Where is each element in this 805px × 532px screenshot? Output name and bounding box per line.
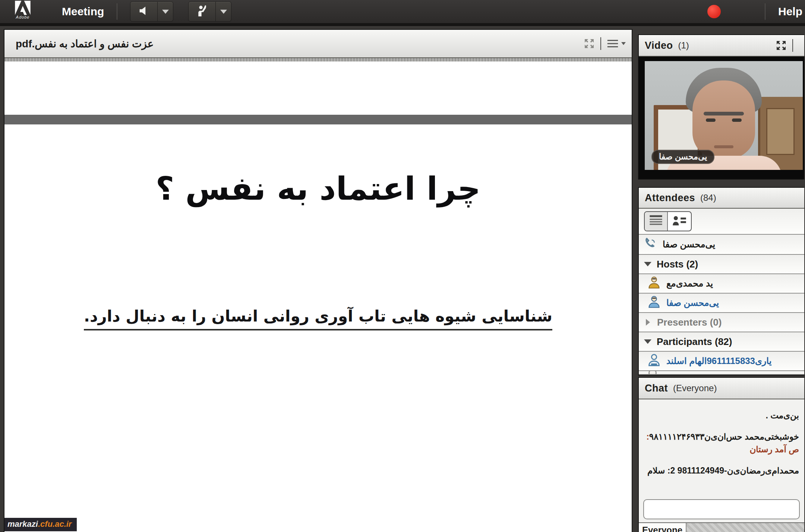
header-divider bbox=[600, 37, 601, 50]
host-name: ید محمدی‌مع bbox=[666, 278, 713, 289]
participant-row-partial bbox=[639, 371, 804, 375]
phone-icon bbox=[644, 237, 657, 252]
chat-message-list[interactable]: بن‌ی‌مت . خوشبختی‌محمد حس‌ان‌ی‌ن۹۸۱۱۱۱۲۴… bbox=[639, 399, 804, 497]
topbar-divider bbox=[117, 3, 117, 20]
participant-row[interactable]: یاری‌9611115833الهام اسلند bbox=[639, 352, 804, 371]
chat-tab-everyone[interactable]: Everyone bbox=[639, 523, 686, 532]
watermark: markazi.cfu.ac.ir bbox=[4, 518, 77, 531]
header-divider bbox=[792, 39, 793, 52]
chat-message: محمدام‌ی‌رمضان‌ی‌ن-9811124949 2: سلام bbox=[643, 464, 799, 477]
attendee-view-toggle-row bbox=[639, 209, 804, 235]
chevron-down-icon bbox=[621, 42, 626, 45]
topbar-divider bbox=[765, 3, 765, 20]
chat-scope: (Everyone) bbox=[673, 383, 717, 393]
raise-hand-button-group bbox=[188, 1, 231, 22]
watermark-host: markazi bbox=[7, 519, 38, 529]
share-fullscreen-button[interactable] bbox=[583, 38, 595, 50]
slide-title: چرا اعتماد به نفس ؟ bbox=[4, 170, 632, 207]
presenters-section-label: Presenters (0) bbox=[657, 317, 722, 328]
chat-message: بن‌ی‌مت . bbox=[643, 409, 799, 422]
pdf-page-gap bbox=[4, 115, 632, 124]
webcam-video[interactable]: یی‌محسن صفا bbox=[639, 57, 804, 179]
chat-tab-bar-filler bbox=[686, 523, 804, 532]
card-view-icon bbox=[672, 214, 687, 228]
chevron-down-icon bbox=[162, 10, 169, 14]
host-row[interactable]: ید محمدی‌مع bbox=[639, 274, 804, 294]
video-pod: Video (1) یی‌محسن صفا bbox=[638, 34, 804, 180]
phone-attendee-row[interactable]: یی‌محسن صفا bbox=[639, 235, 804, 255]
host-row[interactable]: یی‌محسن صفا bbox=[639, 294, 804, 313]
chat-pod: Chat (Everyone) بن‌ی‌مت . خوشبختی‌محمد ح… bbox=[638, 377, 804, 532]
speaker-button[interactable] bbox=[130, 1, 158, 22]
video-fullscreen-button[interactable] bbox=[775, 39, 787, 51]
hosts-section-header[interactable]: Hosts (2) bbox=[639, 255, 804, 274]
participants-section-label: Participants (82) bbox=[657, 336, 732, 348]
raise-hand-button[interactable] bbox=[188, 1, 216, 22]
chevron-down-icon bbox=[220, 10, 227, 14]
share-pod-menu-button[interactable] bbox=[606, 39, 626, 48]
collapse-triangle-icon bbox=[644, 339, 651, 344]
pdf-viewer[interactable]: چرا اعتماد به نفس ؟ شناسایی شیوه هایی تا… bbox=[4, 58, 632, 532]
chat-pod-title: Chat bbox=[645, 383, 668, 394]
participant-icon bbox=[647, 353, 661, 369]
watermark-domain: .cfu.ac.ir bbox=[38, 519, 72, 529]
video-count: (1) bbox=[678, 40, 689, 51]
attendees-pod-title: Attendees bbox=[645, 192, 695, 204]
participants-section-header[interactable]: Participants (82) bbox=[639, 332, 804, 352]
speaker-button-group bbox=[130, 1, 173, 22]
collapse-triangle-icon bbox=[644, 262, 651, 266]
expand-triangle-icon bbox=[646, 319, 650, 326]
phone-attendee-name: یی‌محسن صفا bbox=[663, 239, 715, 250]
top-menu-bar: Adobe Meeting Help bbox=[0, 0, 805, 26]
video-pod-title: Video bbox=[645, 40, 673, 51]
attendees-count: (84) bbox=[700, 193, 716, 203]
raise-hand-options-button[interactable] bbox=[216, 1, 231, 22]
meeting-menu[interactable]: Meeting bbox=[62, 5, 104, 18]
chat-message: خوشبختی‌محمد حس‌ان‌ی‌ن۹۸۱۱۱۱۲۴۶۹۳۳: ص آم… bbox=[643, 430, 799, 456]
participant-name: یاری‌9611115833الهام اسلند bbox=[666, 356, 771, 366]
speaker-icon bbox=[138, 4, 150, 19]
slide-body-text: شناسایی شیوه هایی تاب آوری روانی انسان ر… bbox=[84, 307, 552, 330]
recording-indicator bbox=[707, 5, 721, 18]
presenters-section-header[interactable]: Presenters (0) bbox=[639, 313, 804, 332]
list-view-icon bbox=[648, 214, 663, 228]
hosts-section-label: Hosts (2) bbox=[657, 259, 698, 270]
host-icon bbox=[647, 276, 661, 291]
share-pod-title: عزت نفس و اعتماد به نفس.pdf bbox=[10, 38, 583, 50]
chat-sender: محمدام‌ی‌رمضان‌ی‌ن-9811124949 2: bbox=[667, 466, 799, 475]
attendee-list-view-button[interactable] bbox=[645, 212, 668, 231]
chat-input[interactable] bbox=[643, 499, 800, 519]
host-name: یی‌محسن صفا bbox=[666, 298, 719, 308]
chat-sender: خوشبختی‌محمد حس‌ان‌ی‌ن۹۸۱۱۱۱۲۴۶۹۳۳ bbox=[649, 432, 799, 441]
speaker-options-button[interactable] bbox=[158, 1, 173, 22]
chat-text: سلام bbox=[647, 466, 665, 475]
pdf-page-edge bbox=[4, 58, 632, 61]
host-icon bbox=[647, 295, 661, 311]
help-menu[interactable]: Help bbox=[778, 5, 805, 18]
chat-tab-bar: Everyone bbox=[639, 522, 804, 532]
raise-hand-icon bbox=[195, 4, 209, 19]
webcam-frame: یی‌محسن صفا bbox=[645, 61, 803, 170]
video-name-tag: یی‌محسن صفا bbox=[651, 150, 714, 164]
attendee-card-view-button[interactable] bbox=[668, 212, 691, 231]
adobe-brand-word: Adobe bbox=[16, 15, 30, 19]
attendees-pod: Attendees (84) bbox=[638, 187, 804, 376]
adobe-logo: Adobe bbox=[10, 1, 35, 22]
share-pod: عزت نفس و اعتماد به نفس.pdf چرا اعتماد ب… bbox=[4, 29, 632, 532]
